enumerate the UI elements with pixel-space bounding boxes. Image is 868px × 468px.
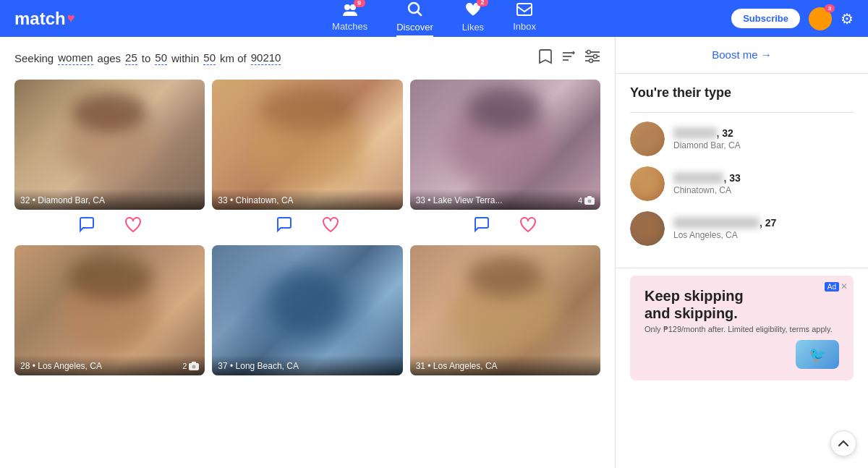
profile-6-info: 31 • Los Angeles, CA <box>416 361 498 371</box>
type-location-1: Diamond Bar, CA <box>673 140 741 150</box>
blurred-name-3: ████████████ <box>673 217 760 229</box>
filter-button[interactable] <box>584 49 600 67</box>
max-age-filter[interactable]: 50 <box>155 51 167 65</box>
profile-image-card-6[interactable]: 31 • Los Angeles, CA <box>410 245 600 375</box>
main-nav: 9 Matches Discover 2 Likes <box>332 1 536 37</box>
profile-card-6: 31 • Los Angeles, CA <box>410 245 600 375</box>
profile-4-info: 28 • Los Angeles, CA <box>20 361 102 371</box>
profile-2-actions <box>212 210 402 239</box>
profile-2-info: 33 • Chinatown, CA <box>218 195 293 205</box>
like-button-3[interactable] <box>519 216 537 237</box>
profile-1-info: 32 • Diamond Bar, CA <box>20 195 105 205</box>
profile-image-card-5[interactable]: 37 • Long Beach, CA <box>212 245 402 375</box>
nav-matches[interactable]: 9 Matches <box>332 3 367 35</box>
type-location-2: Chinatown, CA <box>673 185 741 195</box>
gender-filter[interactable]: women <box>58 51 93 65</box>
settings-icon[interactable]: ⚙ <box>841 10 854 27</box>
profile-image-card-1[interactable]: 32 • Diamond Bar, CA <box>14 80 205 210</box>
profile-card-2: 33 • Chinatown, CA <box>212 80 402 239</box>
profile-image-card-3[interactable]: 33 • Lake View Terra... 4 <box>410 80 600 210</box>
profile-overlay-6: 31 • Los Angeles, CA <box>410 355 600 375</box>
type-name-3: ████████████, 27 <box>673 217 776 229</box>
sort-button[interactable] <box>561 49 576 67</box>
to-label: to <box>142 52 151 64</box>
profile-image-3: 33 • Lake View Terra... 4 <box>410 80 600 210</box>
profile-image-card-4[interactable]: 28 • Los Angeles, CA 2 <box>14 245 205 375</box>
profile-card-5: 37 • Long Beach, CA <box>212 245 402 375</box>
svg-point-12 <box>594 55 597 59</box>
distance-filter[interactable]: 50 <box>203 51 216 65</box>
profile-card-4: 28 • Los Angeles, CA 2 <box>14 245 205 375</box>
type-info-1: ██████, 32 Diamond Bar, CA <box>673 127 741 150</box>
type-info-2: ███████, 33 Chinatown, CA <box>673 172 741 195</box>
matches-label: Matches <box>332 21 367 32</box>
like-button-1[interactable] <box>124 216 142 237</box>
type-name-2: ███████, 33 <box>673 172 741 184</box>
zip-filter[interactable]: 90210 <box>251 51 281 65</box>
profile-card-1: 32 • Diamond Bar, CA <box>14 80 205 239</box>
min-age-filter[interactable]: 25 <box>125 51 137 65</box>
ad-section: Ad ✕ Keep skippingand skipping. Only ₱12… <box>630 276 854 380</box>
profile-overlay-1: 32 • Diamond Bar, CA <box>14 190 205 210</box>
svg-rect-16 <box>587 196 592 198</box>
search-actions <box>538 48 600 68</box>
profile-5-info: 37 • Long Beach, CA <box>218 361 299 371</box>
like-button-2[interactable] <box>322 216 339 237</box>
type-info-3: ████████████, 27 Los Angeles, CA <box>673 217 776 240</box>
logo-heart-icon: ♥ <box>67 11 75 26</box>
main-content: Seeking women ages 25 to 50 within 50 km… <box>0 37 868 468</box>
type-location-3: Los Angeles, CA <box>673 230 776 240</box>
logo[interactable]: match♥ <box>14 9 75 29</box>
search-filter-bar: Seeking women ages 25 to 50 within 50 km… <box>14 48 600 68</box>
inbox-label: Inbox <box>513 21 536 32</box>
type-person-1[interactable]: ██████, 32 Diamond Bar, CA <box>630 122 854 156</box>
chat-button-2[interactable] <box>276 216 293 237</box>
svg-line-3 <box>418 12 422 15</box>
profile-overlay-4: 28 • Los Angeles, CA 2 <box>14 355 205 375</box>
ad-subtitle: Only ₱129/month after. Limited eligibili… <box>644 325 839 334</box>
ad-close-icon[interactable]: ✕ <box>841 281 848 292</box>
nav-discover[interactable]: Discover <box>396 1 433 37</box>
likes-label: Likes <box>462 22 484 33</box>
profile-overlay-2: 33 • Chinatown, CA <box>212 190 402 210</box>
bookmark-button[interactable] <box>538 48 553 68</box>
profile-1-actions <box>14 210 205 239</box>
header-right: Subscribe 3 ⚙ <box>731 7 854 30</box>
profile-image-2: 33 • Chinatown, CA <box>212 80 402 210</box>
chat-button-3[interactable] <box>473 216 490 237</box>
ages-label: ages <box>98 52 122 64</box>
ad-close-button[interactable]: Ad ✕ <box>825 281 848 292</box>
svg-point-15 <box>588 200 592 203</box>
boost-link[interactable]: Boost me → <box>712 48 772 61</box>
discover-content: Seeking women ages 25 to 50 within 50 km… <box>0 37 615 468</box>
subscribe-button[interactable]: Subscribe <box>731 9 800 28</box>
profile-4-count: 2 <box>182 362 199 370</box>
nav-inbox[interactable]: Inbox <box>513 3 536 35</box>
profile-card-3: 33 • Lake View Terra... 4 <box>410 80 600 239</box>
avatar-badge: 3 <box>825 4 835 12</box>
type-person-2[interactable]: ███████, 33 Chinatown, CA <box>630 166 854 201</box>
profile-3-actions <box>410 210 600 239</box>
inbox-icon <box>516 3 532 20</box>
profiles-grid: 32 • Diamond Bar, CA <box>14 80 600 375</box>
nav-likes[interactable]: 2 Likes <box>462 2 484 35</box>
profile-image-4: 28 • Los Angeles, CA 2 <box>14 245 205 375</box>
user-avatar[interactable]: 3 <box>809 7 832 30</box>
svg-point-11 <box>587 51 591 54</box>
discover-icon <box>407 1 422 20</box>
profile-image-card-2[interactable]: 33 • Chinatown, CA <box>212 80 402 210</box>
divider <box>630 112 854 113</box>
chat-button-1[interactable] <box>78 216 95 237</box>
profile-3-count: 4 <box>578 196 595 205</box>
likes-badge: 2 <box>477 0 488 7</box>
within-label: within <box>171 52 199 64</box>
right-sidebar: Boost me → You're their type ██████, 32 … <box>615 37 868 468</box>
seeking-label: Seeking <box>14 52 54 64</box>
type-person-3[interactable]: ████████████, 27 Los Angeles, CA <box>630 211 854 246</box>
profile-image-1: 32 • Diamond Bar, CA <box>14 80 205 210</box>
type-avatar-1 <box>630 122 665 156</box>
km-label: km of <box>220 52 247 64</box>
type-avatar-3 <box>630 211 665 246</box>
discover-label: Discover <box>396 22 433 33</box>
blurred-name-2: ███████ <box>673 172 723 184</box>
